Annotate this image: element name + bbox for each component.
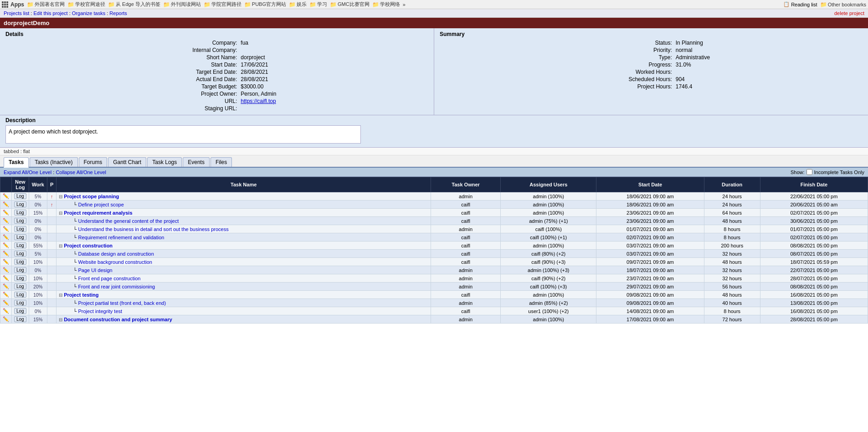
delete-project-link[interactable]: delete project xyxy=(834,10,864,16)
tab-tasks-inactive[interactable]: Tasks (Inactive) xyxy=(30,157,77,167)
task-name-link[interactable]: Project construction xyxy=(64,243,113,248)
edit-icon[interactable]: ✏️ xyxy=(3,201,9,207)
collapse-all-link[interactable]: Collapse All/One Level xyxy=(56,170,106,175)
edit-cell[interactable]: ✏️ xyxy=(0,307,12,315)
log-button[interactable]: Log xyxy=(14,226,26,232)
log-button[interactable]: Log xyxy=(14,300,26,306)
task-name-link[interactable]: Project requirement analysis xyxy=(64,210,132,216)
task-name-link[interactable]: Understand the business in detail and so… xyxy=(78,226,228,232)
edit-cell[interactable]: ✏️ xyxy=(0,291,12,299)
task-name-link[interactable]: Website background construction xyxy=(78,259,152,265)
bookmark-item[interactable]: 📁 外国著名官网 xyxy=(27,1,65,8)
reports-link[interactable]: Reports xyxy=(109,10,127,16)
task-name-link[interactable]: Requirement refinement and validation xyxy=(78,235,164,240)
task-name-link[interactable]: Project scope planning xyxy=(64,194,119,199)
log-button[interactable]: Log xyxy=(14,201,26,207)
url-link[interactable]: https://caifl.top xyxy=(241,98,276,104)
edit-cell[interactable]: ✏️ xyxy=(0,315,12,324)
edit-cell[interactable]: ✏️ xyxy=(0,258,12,266)
log-cell[interactable]: Log xyxy=(12,250,29,258)
task-name-link[interactable]: Front and rear joint commissioning xyxy=(78,284,155,289)
log-cell[interactable]: Log xyxy=(12,225,29,233)
log-button[interactable]: Log xyxy=(14,193,26,199)
log-button[interactable]: Log xyxy=(14,292,26,298)
log-cell[interactable]: Log xyxy=(12,201,29,209)
apps-button[interactable]: Apps xyxy=(2,1,24,8)
task-name-link[interactable]: Project partial test (front end, back en… xyxy=(78,300,166,306)
log-button[interactable]: Log xyxy=(14,283,26,289)
log-cell[interactable]: Log xyxy=(12,192,29,201)
edit-cell[interactable]: ✏️ xyxy=(0,209,12,217)
log-button[interactable]: Log xyxy=(14,242,26,248)
edit-icon[interactable]: ✏️ xyxy=(3,292,9,297)
log-cell[interactable]: Log xyxy=(12,307,29,315)
task-name-link[interactable]: Define project scope xyxy=(78,202,123,207)
log-button[interactable]: Log xyxy=(14,234,26,240)
log-button[interactable]: Log xyxy=(14,218,26,224)
edit-icon[interactable]: ✏️ xyxy=(3,308,9,314)
tab-task-logs[interactable]: Task Logs xyxy=(147,157,182,167)
edit-icon[interactable]: ✏️ xyxy=(3,275,9,281)
collapse-icon[interactable]: ⊟ xyxy=(59,317,64,322)
edit-icon[interactable]: ✏️ xyxy=(3,283,9,289)
task-name-link[interactable]: Project integrity test xyxy=(78,309,122,314)
edit-cell[interactable]: ✏️ xyxy=(0,283,12,291)
edit-icon[interactable]: ✏️ xyxy=(3,316,9,322)
log-cell[interactable]: Log xyxy=(12,283,29,291)
tab-files[interactable]: Files xyxy=(211,157,232,167)
edit-cell[interactable]: ✏️ xyxy=(0,217,12,225)
bookmark-item[interactable]: 📁 学习 xyxy=(309,1,327,8)
task-name-link[interactable]: Project testing xyxy=(64,292,98,298)
organize-tasks-link[interactable]: Organize tasks xyxy=(72,10,105,16)
log-button[interactable]: Log xyxy=(14,210,26,216)
log-button[interactable]: Log xyxy=(14,275,26,281)
task-name-link[interactable]: Understand the general content of the pr… xyxy=(78,218,179,224)
edit-cell[interactable]: ✏️ xyxy=(0,299,12,307)
log-cell[interactable]: Log xyxy=(12,233,29,242)
bookmark-item[interactable]: 📁 外刊阅读网站 xyxy=(163,1,201,8)
log-cell[interactable]: Log xyxy=(12,217,29,225)
edit-cell[interactable]: ✏️ xyxy=(0,225,12,233)
log-cell[interactable]: Log xyxy=(12,209,29,217)
log-cell[interactable]: Log xyxy=(12,266,29,274)
log-cell[interactable]: Log xyxy=(12,258,29,266)
tab-gantt-chart[interactable]: Gantt Chart xyxy=(108,157,146,167)
collapse-icon[interactable]: ⊟ xyxy=(59,243,64,248)
edit-cell[interactable]: ✏️ xyxy=(0,192,12,201)
edit-cell[interactable]: ✏️ xyxy=(0,250,12,258)
edit-icon[interactable]: ✏️ xyxy=(3,242,9,248)
bookmark-item[interactable]: 📁 从 Edge 导入的书签 xyxy=(108,1,160,8)
tab-tasks[interactable]: Tasks xyxy=(4,157,29,168)
edit-cell[interactable]: ✏️ xyxy=(0,242,12,250)
bookmark-item[interactable]: 📁 学校网络 xyxy=(372,1,400,8)
log-button[interactable]: Log xyxy=(14,308,26,314)
reading-list-button[interactable]: 📋 Reading list xyxy=(783,1,817,7)
edit-icon[interactable]: ✏️ xyxy=(3,226,9,231)
edit-icon[interactable]: ✏️ xyxy=(3,267,9,273)
bookmark-item[interactable]: 📁 PUBG官方网站 xyxy=(244,1,286,8)
log-cell[interactable]: Log xyxy=(12,291,29,299)
log-cell[interactable]: Log xyxy=(12,299,29,307)
collapse-icon[interactable]: ⊟ xyxy=(59,211,64,216)
bookmark-item[interactable]: 📁 学校官网途径 xyxy=(67,1,105,8)
task-name-link[interactable]: Page UI design xyxy=(78,267,112,273)
edit-icon[interactable]: ✏️ xyxy=(3,251,9,256)
log-button[interactable]: Log xyxy=(14,267,26,273)
edit-icon[interactable]: ✏️ xyxy=(3,259,9,264)
log-button[interactable]: Log xyxy=(14,259,26,265)
edit-icon[interactable]: ✏️ xyxy=(3,210,9,215)
collapse-icon[interactable]: ⊟ xyxy=(59,293,64,298)
task-name-link[interactable]: Database design and construction xyxy=(78,251,154,257)
bookmark-item[interactable]: 📁 娱乐 xyxy=(289,1,307,8)
log-button[interactable]: Log xyxy=(14,316,26,322)
edit-icon[interactable]: ✏️ xyxy=(3,193,9,199)
log-button[interactable]: Log xyxy=(14,251,26,257)
incomplete-tasks-checkbox[interactable] xyxy=(806,169,812,175)
bookmark-more[interactable]: » xyxy=(403,2,406,7)
bookmark-item[interactable]: 📁 学院官网路径 xyxy=(204,1,241,8)
log-cell[interactable]: Log xyxy=(12,315,29,324)
task-name-link[interactable]: Front end page construction xyxy=(78,276,140,281)
projects-list-link[interactable]: Projects list xyxy=(4,10,29,16)
edit-icon[interactable]: ✏️ xyxy=(3,234,9,240)
collapse-icon[interactable]: ⊟ xyxy=(59,194,64,199)
